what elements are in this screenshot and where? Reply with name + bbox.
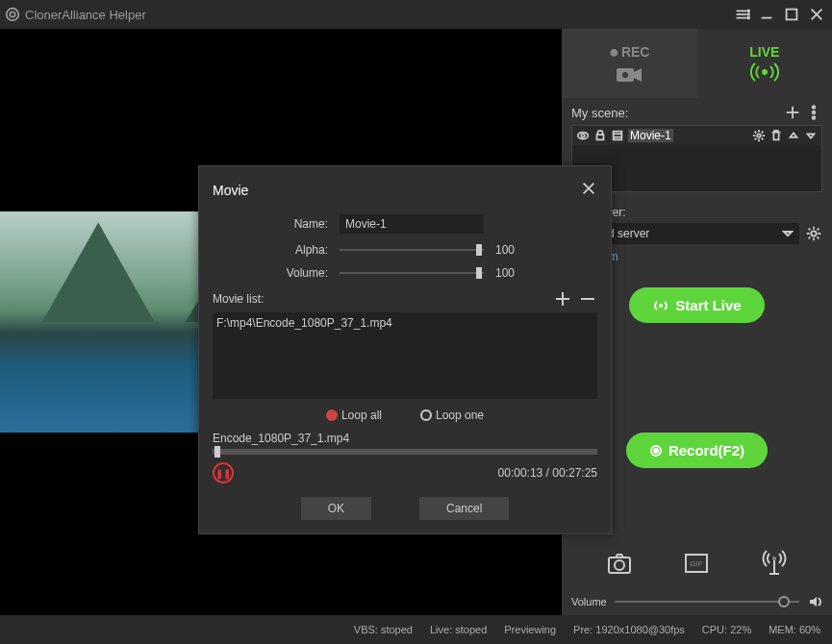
remove-movie-icon[interactable] <box>578 289 597 309</box>
svg-point-6 <box>747 13 749 15</box>
status-preview: Previewing <box>504 624 556 635</box>
minimize-icon <box>758 6 775 23</box>
dialog-close-button[interactable] <box>580 180 597 201</box>
movie-dialog: Movie Name: Alpha: 100 Volume: 100 Movie… <box>198 165 612 534</box>
tab-live[interactable]: LIVE <box>697 29 833 98</box>
loop-all-radio[interactable]: Loop all <box>326 409 382 422</box>
antenna-button[interactable] <box>757 546 792 581</box>
alpha-value: 100 <box>495 243 524 257</box>
start-live-label: Start Live <box>675 297 741 313</box>
trash-icon[interactable] <box>769 129 783 142</box>
add-scene-icon[interactable] <box>784 104 801 121</box>
now-playing: Encode_1080P_37_1.mp4 <box>213 432 597 445</box>
speaker-icon[interactable] <box>807 594 822 609</box>
menu-icon <box>733 6 750 23</box>
svg-point-14 <box>762 69 768 75</box>
movie-list[interactable]: F:\mp4\Encode_1080P_37_1.mp4 <box>213 312 597 399</box>
loop-one-radio[interactable]: Loop one <box>420 409 484 422</box>
svg-point-30 <box>653 448 659 454</box>
svg-point-0 <box>7 9 19 21</box>
svg-point-28 <box>659 304 663 308</box>
menu-button[interactable] <box>730 3 753 26</box>
gear-icon[interactable] <box>752 129 766 142</box>
svg-point-17 <box>813 106 816 109</box>
app-logo: ClonerAlliance Helper <box>4 6 146 23</box>
lock-icon[interactable] <box>593 129 607 142</box>
stream-settings-icon[interactable] <box>805 225 822 242</box>
dialog-title: Movie <box>213 183 248 198</box>
svg-point-18 <box>813 111 816 114</box>
record-label: Record(F2) <box>668 442 744 458</box>
svg-point-35 <box>772 557 776 560</box>
status-vbs: VBS: stoped <box>354 624 413 635</box>
more-icon[interactable] <box>805 104 822 121</box>
status-live: Live: stoped <box>430 624 487 635</box>
eye-icon[interactable] <box>576 129 590 142</box>
antenna-icon <box>760 549 789 578</box>
svg-rect-22 <box>597 135 604 139</box>
status-cpu: CPU: 22% <box>702 624 751 635</box>
rec-label: REC <box>621 44 650 60</box>
seek-bar[interactable] <box>213 449 597 455</box>
chevron-down-icon <box>782 228 794 239</box>
gif-button[interactable]: GIF <box>679 546 714 581</box>
svg-point-13 <box>622 72 628 78</box>
movie-list-item[interactable]: F:\mp4\Encode_1080P_37_1.mp4 <box>216 316 593 330</box>
master-volume: Volume <box>562 588 832 615</box>
snapshot-button[interactable] <box>602 546 637 581</box>
gif-icon: GIF <box>682 549 711 578</box>
volume-value-modal: 100 <box>495 266 524 280</box>
tab-rec[interactable]: ●REC <box>562 29 697 98</box>
svg-point-32 <box>615 560 624 570</box>
radio-dot-on <box>326 409 338 421</box>
movielist-label: Movie list: <box>213 292 264 306</box>
status-mem: MEM: 60% <box>769 624 820 635</box>
titlebar: ClonerAlliance Helper <box>0 0 832 29</box>
statusbar: VBS: stoped Live: stoped Previewing Pre:… <box>0 615 832 644</box>
volume-slider[interactable] <box>615 601 799 603</box>
loop-all-label: Loop all <box>341 409 382 422</box>
cancel-button[interactable]: Cancel <box>419 497 509 520</box>
maximize-icon <box>783 6 800 23</box>
timecode: 00:00:13 / 00:27:25 <box>498 466 597 480</box>
start-live-button[interactable]: Start Live <box>629 287 764 323</box>
svg-point-7 <box>747 17 749 19</box>
close-button[interactable] <box>805 3 828 26</box>
pause-icon: ❚❚ <box>215 468 231 479</box>
alpha-label: Alpha: <box>213 243 328 257</box>
add-movie-icon[interactable] <box>553 289 572 309</box>
broadcast-small-icon <box>652 299 669 312</box>
close-icon <box>808 6 825 23</box>
record-dot-icon <box>649 444 663 458</box>
svg-point-19 <box>813 116 816 119</box>
svg-point-27 <box>811 231 816 235</box>
down-arrow-icon[interactable] <box>804 129 818 142</box>
svg-rect-9 <box>787 10 797 20</box>
camera-still-icon <box>605 549 634 578</box>
scene-row[interactable]: Movie-1 <box>572 126 821 145</box>
maximize-button[interactable] <box>780 3 803 26</box>
volume-label: Volume <box>571 596 607 607</box>
mode-tabs: ●REC LIVE <box>562 29 832 98</box>
scene-name[interactable]: Movie-1 <box>628 129 673 142</box>
name-label: Name: <box>213 217 328 231</box>
svg-rect-23 <box>614 132 622 140</box>
scene-label: My scene: <box>571 106 628 120</box>
close-icon <box>580 180 597 197</box>
volume-slider-modal[interactable] <box>340 272 484 274</box>
svg-point-5 <box>747 11 749 12</box>
up-arrow-icon[interactable] <box>787 129 800 142</box>
loop-one-label: Loop one <box>436 409 484 422</box>
radio-dot-off <box>420 409 432 421</box>
live-label: LIVE <box>749 44 779 60</box>
pause-button[interactable]: ❚❚ <box>213 462 234 483</box>
volume-label-modal: Volume: <box>213 266 328 280</box>
camera-icon <box>615 64 643 86</box>
name-input[interactable] <box>340 214 484 234</box>
alpha-slider[interactable] <box>340 249 484 251</box>
ok-button[interactable]: OK <box>301 497 371 520</box>
svg-point-21 <box>581 134 585 137</box>
status-pre: Pre: 1920x1080@30fps <box>573 624 685 635</box>
record-button[interactable]: Record(F2) <box>626 433 768 468</box>
minimize-button[interactable] <box>755 3 778 26</box>
